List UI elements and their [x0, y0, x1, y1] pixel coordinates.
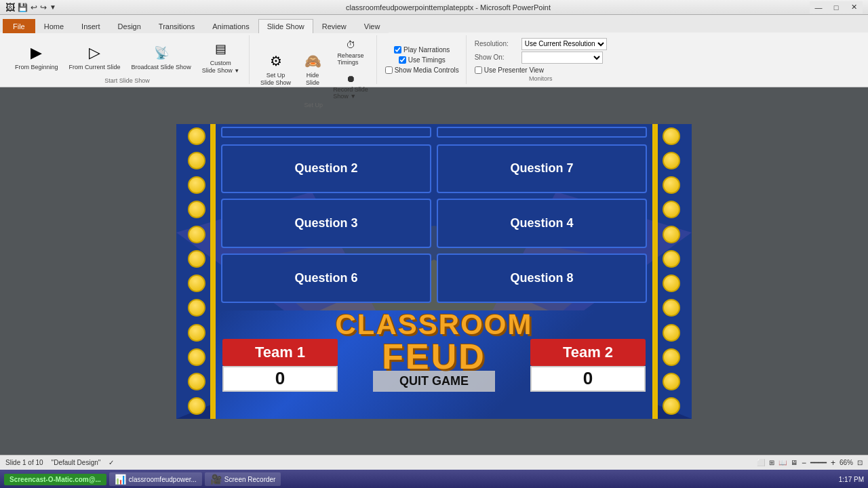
show-on-select[interactable] [521, 52, 603, 64]
circle-dot [663, 274, 680, 292]
broadcast-button[interactable]: 📡 Broadcast Slide Show [127, 39, 195, 74]
tab-view[interactable]: View [355, 19, 389, 33]
tab-review[interactable]: Review [313, 19, 355, 33]
view-reading-icon[interactable]: 📖 [778, 459, 787, 466]
play-narrations-checkbox[interactable] [394, 46, 401, 54]
toolbar: ▶ From Beginning ▷ From Current Slide 📡 … [0, 33, 868, 87]
slide-content: Question 2 Question 7 Question 3 Questio… [216, 124, 652, 419]
partial-question-1 [221, 127, 431, 138]
question-6-button[interactable]: Question 7 [437, 144, 647, 194]
play-narrations-label: Play Narrations [403, 46, 450, 54]
circle-dot [663, 324, 680, 342]
maximize-button[interactable]: □ [827, 1, 845, 14]
question-4-button[interactable]: Question 6 [221, 253, 431, 303]
qat-redo[interactable]: ↪ [40, 3, 47, 12]
tab-design[interactable]: Design [109, 19, 150, 33]
view-presenter-icon[interactable]: 🖥 [791, 459, 797, 466]
circle-dot [188, 201, 205, 218]
circle-dot [188, 226, 205, 243]
resolution-label: Resolution: [475, 40, 519, 47]
view-slide-sorter-icon[interactable]: ⊞ [769, 459, 774, 466]
circle-dot [188, 324, 205, 342]
qat-undo[interactable]: ↩ [31, 3, 37, 12]
group-monitors: Resolution: Use Current Resolution Show … [468, 35, 614, 84]
show-media-checkbox[interactable] [385, 66, 393, 74]
from-beginning-button[interactable]: ▶ From Beginning [11, 39, 62, 74]
ribbon-tabs: File Home Insert Design Transitions Anim… [0, 15, 868, 33]
close-button[interactable]: ✕ [845, 1, 863, 14]
question-8-button[interactable]: Question 8 [437, 253, 647, 303]
circle-dot [188, 397, 205, 415]
record-icon: ⏺ [343, 71, 358, 86]
circle-dot [663, 152, 680, 169]
tab-home[interactable]: Home [35, 19, 73, 33]
taskbar-recorder[interactable]: 🎥 Screen Recorder [205, 472, 281, 486]
start-slideshow-label: Start Slide Show [104, 77, 150, 84]
question-3-button[interactable]: Question 3 [221, 199, 431, 248]
monitors-label: Monitors [529, 75, 553, 82]
circle-dot [188, 127, 205, 145]
taskbar-powerpoint[interactable]: 📊 classroomfeudpower... [109, 472, 202, 486]
use-timings-label: Use Timings [408, 56, 446, 64]
team2-section: Team 2 0 [530, 339, 646, 392]
minimize-button[interactable]: — [810, 1, 827, 14]
qat-save[interactable]: 💾 [18, 3, 28, 12]
zoom-slider[interactable]: ━━━━ [810, 459, 827, 466]
circle-dot [663, 127, 680, 145]
rehearse-icon: ⏱ [343, 37, 358, 52]
slide-info: Slide 1 of 10 [5, 459, 43, 466]
circle-dot [663, 348, 680, 366]
title-bar: 🖼 💾 ↩ ↪ ▼ classroomfeudpowerpointtemplat… [0, 0, 868, 15]
tab-file[interactable]: File [3, 19, 35, 33]
zoom-out-button[interactable]: − [802, 458, 806, 468]
from-current-button[interactable]: ▷ From Current Slide [65, 39, 125, 74]
spell-check-indicator: ✓ [108, 459, 114, 466]
circle-dot [663, 299, 680, 317]
team1-button[interactable]: Team 1 [222, 339, 338, 366]
question-2-button[interactable]: Question 2 [221, 144, 431, 194]
circle-dot [188, 348, 205, 366]
view-normal-icon[interactable]: ⬜ [757, 459, 765, 466]
circle-dot [188, 250, 205, 268]
taskbar: Screencast-O-Matic.com@... 📊 classroomfe… [0, 470, 868, 488]
left-border [210, 124, 216, 419]
broadcast-icon: 📡 [151, 42, 172, 64]
circle-dot [663, 226, 680, 243]
show-media-label: Show Media Controls [395, 66, 459, 74]
zoom-in-button[interactable]: + [831, 458, 835, 468]
circle-dot [663, 250, 680, 268]
bottom-section: CLASSROOM FEUD Team 1 0 QUIT GAME [216, 310, 652, 419]
game-title: CLASSROOM FEUD [336, 310, 533, 374]
group-checkboxes: Play Narrations Use Timings Show Media C… [378, 35, 467, 84]
presenter-view-label: Use Presenter View [484, 66, 544, 74]
screencast-brand[interactable]: Screencast-O-Matic.com@... [4, 474, 106, 485]
custom-slideshow-button[interactable]: ▤ CustomSlide Show ▼ [198, 35, 243, 77]
use-timings-checkbox[interactable] [399, 56, 406, 64]
tab-insert[interactable]: Insert [73, 19, 109, 33]
partial-question-5 [437, 127, 647, 138]
qat-dropdown[interactable]: ▼ [50, 3, 56, 11]
hide-slide-button[interactable]: 🙈 HideSlide [298, 47, 328, 89]
question-grid: Question 2 Question 7 Question 3 Questio… [216, 139, 652, 308]
recorder-label: Screen Recorder [224, 476, 276, 483]
group-setup: ⚙ Set UpSlide Show 🙈 HideSlide ⏱ Rehears… [251, 35, 377, 84]
resolution-select[interactable]: Use Current Resolution [521, 38, 607, 50]
circle-dot [188, 274, 205, 292]
rehearse-button[interactable]: ⏱ RehearseTimings [330, 35, 371, 68]
powerpoint-icon: 📊 [115, 474, 126, 485]
ribbon: File Home Insert Design Transitions Anim… [0, 15, 868, 87]
question-7-button[interactable]: Question 4 [437, 199, 647, 248]
setup-slideshow-button[interactable]: ⚙ Set UpSlide Show [256, 47, 295, 89]
fit-slide-button[interactable]: ⊡ [857, 459, 863, 466]
circle-dot [188, 299, 205, 317]
tab-animations[interactable]: Animations [203, 19, 258, 33]
circle-dot [663, 397, 680, 415]
tab-slideshow[interactable]: Slide Show [258, 19, 313, 33]
group-start-slideshow: ▶ From Beginning ▷ From Current Slide 📡 … [5, 35, 250, 84]
setup-icon: ⚙ [265, 50, 287, 72]
team2-button[interactable]: Team 2 [530, 339, 646, 366]
tab-transitions[interactable]: Transitions [150, 19, 203, 33]
presenter-view-checkbox[interactable] [475, 66, 482, 74]
circle-dot [663, 176, 680, 194]
play-from-start-icon: ▶ [26, 42, 47, 64]
